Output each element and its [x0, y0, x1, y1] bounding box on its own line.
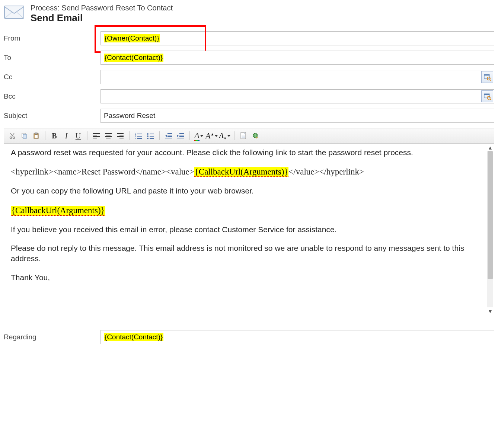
align-right-button[interactable] — [115, 131, 125, 141]
chevron-down-icon — [200, 135, 203, 137]
svg-rect-14 — [35, 133, 37, 134]
paste-button[interactable] — [31, 131, 41, 141]
bold-button[interactable]: B — [49, 131, 60, 141]
lookup-icon — [483, 73, 491, 81]
body-callback-line: {CallbackUrl(Arguments)} — [11, 205, 487, 216]
svg-point-10 — [13, 137, 15, 139]
page-title: Send Email — [31, 12, 173, 24]
chevron-down-icon — [215, 135, 218, 137]
outdent-icon — [165, 133, 172, 139]
cc-lookup-button[interactable] — [481, 71, 493, 83]
cc-label: Cc — [4, 73, 100, 81]
cut-button[interactable] — [7, 131, 17, 141]
font-color-icon: A — [194, 131, 199, 141]
svg-point-35 — [147, 135, 149, 137]
align-left-icon — [93, 133, 100, 139]
svg-point-34 — [147, 133, 149, 135]
process-breadcrumb: Process: Send Password Reset To Contact — [31, 4, 173, 12]
outdent-button[interactable] — [163, 131, 174, 141]
align-center-button[interactable] — [103, 131, 114, 141]
underline-button[interactable]: U — [73, 131, 83, 141]
callback-token: {CallbackUrl(Arguments)} — [11, 206, 105, 216]
from-token: {Owner(Contact)} — [104, 34, 160, 42]
font-grow-icon: A▲ — [205, 131, 214, 141]
svg-rect-12 — [23, 134, 26, 138]
italic-button[interactable]: I — [61, 131, 71, 141]
bcc-lookup-button[interactable] — [481, 90, 493, 102]
svg-point-36 — [147, 138, 149, 139]
svg-rect-15 — [35, 135, 38, 138]
body-p1: A password reset was requested for your … — [11, 147, 487, 158]
to-input[interactable]: {Contact(Contact)} — [100, 51, 494, 65]
font-color-button[interactable]: A — [194, 131, 204, 141]
to-label: To — [4, 54, 100, 62]
to-token: {Contact(Contact)} — [104, 54, 163, 62]
unordered-list-icon — [147, 133, 154, 139]
svg-text:3: 3 — [135, 137, 136, 139]
email-body-wrap: A password reset was requested for your … — [4, 144, 494, 315]
cc-input[interactable] — [100, 70, 494, 84]
svg-marker-49 — [177, 135, 179, 137]
font-shrink-icon: A▼ — [219, 132, 227, 140]
regarding-token: {Contact(Contact)} — [104, 333, 163, 341]
indent-icon — [177, 133, 184, 139]
subject-input[interactable]: Password Reset — [100, 109, 494, 123]
indent-button[interactable] — [175, 131, 186, 141]
numbered-list-button[interactable]: 123 — [133, 131, 144, 141]
globe-link-icon — [252, 132, 259, 140]
document-icon — [240, 132, 247, 140]
align-right-icon — [116, 133, 124, 139]
svg-rect-6 — [484, 94, 489, 95]
ordered-list-icon: 123 — [135, 133, 142, 139]
subject-label: Subject — [4, 112, 100, 120]
body-p7: Thank You, — [11, 272, 487, 283]
scroll-down-button[interactable]: ▾ — [487, 308, 493, 314]
scroll-up-button[interactable]: ▴ — [487, 144, 493, 150]
callback-token: {CallbackUrl(Arguments)} — [194, 167, 289, 177]
email-body-editor[interactable]: A password reset was requested for your … — [4, 144, 494, 315]
svg-rect-2 — [484, 74, 489, 76]
body-p5: If you believe you received this email i… — [11, 224, 487, 235]
bcc-label: Bcc — [4, 92, 100, 100]
svg-marker-44 — [165, 135, 167, 137]
bulleted-list-button[interactable] — [145, 131, 156, 141]
regarding-input[interactable]: {Contact(Contact)} — [100, 330, 494, 344]
svg-point-9 — [10, 137, 12, 139]
copy-icon — [21, 132, 28, 139]
hyperlink-button[interactable] — [250, 131, 261, 141]
body-p3: Or you can copy the following URL and pa… — [11, 186, 487, 196]
scrollbar-thumb[interactable] — [488, 151, 493, 279]
scrollbar-track[interactable] — [487, 151, 493, 307]
bcc-input[interactable] — [100, 89, 494, 103]
chevron-down-icon — [227, 135, 230, 137]
copy-button[interactable] — [19, 131, 29, 141]
lookup-icon — [483, 93, 491, 100]
from-input[interactable]: {Owner(Contact)} — [100, 31, 494, 45]
regarding-label: Regarding — [4, 333, 100, 341]
align-center-icon — [105, 133, 112, 139]
svg-line-4 — [490, 80, 491, 81]
svg-line-8 — [490, 99, 491, 100]
insert-button[interactable] — [238, 131, 249, 141]
editor-toolbar: B I U 123 A A▲ A▼ — [4, 128, 494, 144]
page-header: Process: Send Password Reset To Contact … — [4, 4, 494, 24]
body-p6: Please do not reply to this message. Thi… — [11, 243, 487, 264]
align-left-button[interactable] — [91, 131, 102, 141]
scissors-icon — [9, 132, 16, 139]
font-shrink-button[interactable]: A▼ — [219, 131, 230, 141]
body-hyperlink-line: <hyperlink><name>Reset Password</name><v… — [11, 166, 487, 177]
envelope-icon — [4, 4, 25, 20]
from-label: From — [4, 34, 100, 42]
font-grow-button[interactable]: A▲ — [205, 131, 218, 141]
svg-rect-0 — [4, 6, 24, 19]
subject-value: Password Reset — [104, 112, 155, 120]
paste-icon — [33, 132, 39, 139]
